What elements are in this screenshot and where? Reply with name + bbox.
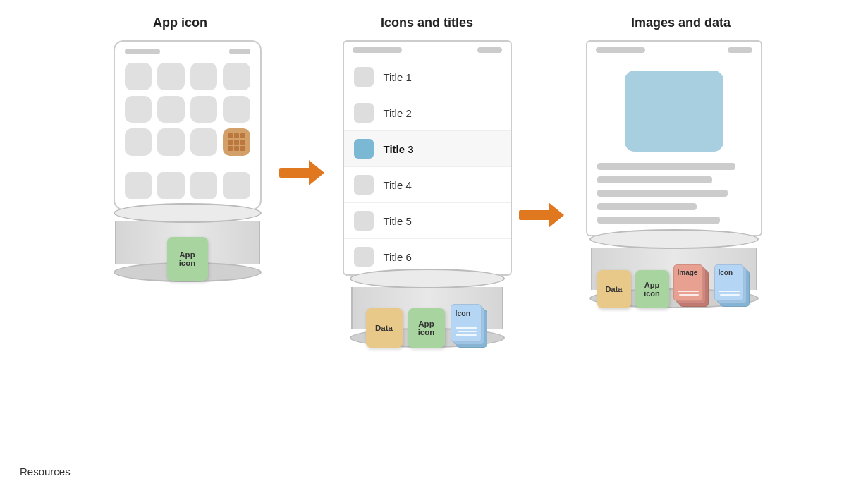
detail-line-1 xyxy=(597,163,735,170)
app-cell-2 xyxy=(157,63,185,90)
header-gap1 xyxy=(272,16,329,30)
cyl1-cards: Appicon xyxy=(167,237,208,281)
arrow-head-1 xyxy=(309,160,324,185)
icon-page-2-front: Icon xyxy=(451,304,482,342)
card-app-icon-3: Appicon xyxy=(635,270,669,308)
header-icons-titles-label: Icons and titles xyxy=(381,16,473,30)
detail-header-bar-left xyxy=(596,47,645,53)
app-cell-5 xyxy=(125,96,152,123)
app-cell-6 xyxy=(157,96,185,123)
cyl3-cards: Data Appicon Image xyxy=(597,264,751,308)
list-icon-3-active xyxy=(354,139,374,159)
card-app-icon-1: Appicon xyxy=(167,237,208,281)
resources-label: Resources xyxy=(20,465,71,477)
status-bar-right xyxy=(229,49,250,54)
cyl2-cards: Data Appicon Icon xyxy=(366,304,489,348)
app-cell-1 xyxy=(125,63,152,90)
list-item-2: Title 2 xyxy=(344,95,511,131)
list-label-4: Title 4 xyxy=(384,179,412,191)
list-label-2: Title 2 xyxy=(384,107,412,119)
list-icon-2 xyxy=(354,103,374,123)
list-label-6: Title 6 xyxy=(384,251,412,263)
detail-line-2 xyxy=(597,176,713,183)
list-header-bar-left xyxy=(353,47,402,53)
header-app-icon-label: App icon xyxy=(153,16,207,30)
phone-status-bar xyxy=(122,49,253,54)
list-frame: Title 1 Title 2 Title 3 Title 4 xyxy=(343,40,512,276)
main-container: App icon Icons and titles Images and dat… xyxy=(0,0,868,493)
bottom-icon-2 xyxy=(157,172,185,200)
detail-header-bar-right xyxy=(728,47,752,53)
detail-text-lines xyxy=(587,163,761,235)
list-icon-6 xyxy=(354,247,374,267)
header-gap2 xyxy=(526,16,582,30)
orange-arrow-1 xyxy=(279,160,324,185)
arrow-shaft-1 xyxy=(279,168,309,178)
col-detail: Data Appicon Image xyxy=(575,40,773,311)
cyl2-top xyxy=(350,269,505,288)
list-icon-1 xyxy=(354,67,374,87)
phone-bottom-bar xyxy=(122,166,253,202)
bottom-icon-1 xyxy=(125,172,152,200)
arrow-shaft-2 xyxy=(519,210,549,220)
card-data-2: Data xyxy=(366,308,403,348)
header-icons-titles: Icons and titles xyxy=(329,16,526,30)
app-cell-3 xyxy=(190,63,218,90)
col-phone: Appicon xyxy=(96,40,279,285)
icon-stack-2: Icon xyxy=(451,304,489,348)
app-cell-4 xyxy=(223,63,250,90)
diagram-row: Appicon Title 1 xyxy=(0,30,868,351)
image-page-front: Image xyxy=(673,264,703,301)
detail-line-3 xyxy=(597,190,728,197)
detail-image xyxy=(625,71,723,152)
list-item-5: Title 5 xyxy=(344,203,511,239)
app-cell-9 xyxy=(125,128,152,156)
arrow-head-2 xyxy=(549,202,564,228)
detail-line-4 xyxy=(597,203,697,210)
status-bar-left xyxy=(125,49,160,54)
bottom-icon-3 xyxy=(190,172,218,200)
list-label-5: Title 5 xyxy=(384,215,412,227)
cylinder-2-wrapper: Data Appicon Icon xyxy=(350,269,505,351)
card-app-icon-2: Appicon xyxy=(408,308,445,348)
cylinder-3-wrapper: Data Appicon Image xyxy=(589,229,759,311)
app-cell-highlighted xyxy=(223,128,250,156)
app-icon-inner-grid xyxy=(228,133,245,151)
list-frame-header xyxy=(344,42,511,59)
icon-page-3-front: Icon xyxy=(714,264,744,301)
header-app-icon: App icon xyxy=(89,16,272,30)
section-headers: App icon Icons and titles Images and dat… xyxy=(0,0,868,30)
col-list: Title 1 Title 2 Title 3 Title 4 xyxy=(336,40,519,351)
cylinder-1-wrapper: Appicon xyxy=(114,203,262,285)
arrow-2-container xyxy=(519,40,575,228)
bottom-icon-4 xyxy=(223,172,250,200)
cyl1-top xyxy=(114,203,262,223)
orange-arrow-2 xyxy=(519,202,564,228)
cyl3-top xyxy=(589,229,759,249)
list-item-4: Title 4 xyxy=(344,167,511,203)
card-data-3: Data xyxy=(597,270,631,308)
list-item-3: Title 3 xyxy=(344,131,511,167)
detail-frame xyxy=(586,40,762,236)
list-icon-4 xyxy=(354,175,374,195)
arrow-1-container xyxy=(279,40,336,185)
detail-frame-header xyxy=(587,42,761,59)
app-cell-11 xyxy=(190,128,218,156)
app-grid xyxy=(122,60,253,159)
list-icon-5 xyxy=(354,211,374,231)
detail-line-5 xyxy=(597,217,720,224)
phone-frame xyxy=(114,40,262,210)
list-item-1: Title 1 xyxy=(344,59,511,95)
app-cell-7 xyxy=(190,96,218,123)
list-header-bar-right xyxy=(477,47,502,53)
image-stack-3: Image xyxy=(673,264,710,308)
app-cell-10 xyxy=(157,128,185,156)
list-label-1: Title 1 xyxy=(384,71,412,83)
list-label-3: Title 3 xyxy=(384,143,414,155)
header-images-data-label: Images and data xyxy=(631,16,731,30)
icon-stack-3: Icon xyxy=(714,264,751,308)
header-images-data: Images and data xyxy=(582,16,780,30)
app-cell-8 xyxy=(223,96,250,123)
